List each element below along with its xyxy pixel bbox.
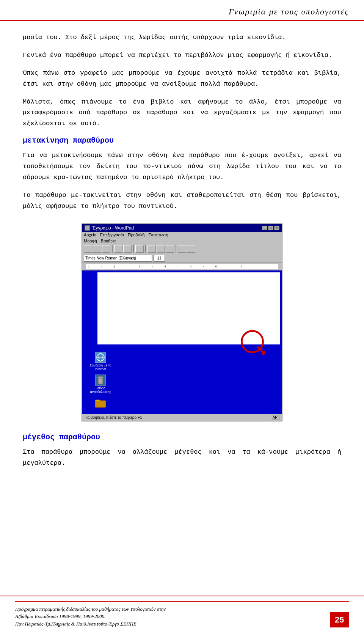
- font-dropdown[interactable]: Times New Roman (Ελληνική): [84, 255, 152, 262]
- titlebar-left: Έγγραφο - WordPad: [85, 225, 134, 231]
- footer: Πρόγραμμα πειραματικής διδασκαλίας του μ…: [0, 596, 364, 632]
- recycle-icon: [94, 374, 107, 386]
- maximize-btn[interactable]: □: [268, 226, 273, 230]
- desktop-icons-row: Σύνδεση με το Internet Κάδος ανακύκλωσης: [86, 348, 115, 412]
- tool-btn-open[interactable]: [93, 245, 101, 253]
- statusbar: Για βοήθεια, πιέστε το πλήκτρο F1 ΑΡ: [82, 414, 282, 421]
- menu-view[interactable]: Προβολή: [128, 233, 144, 237]
- tool-btn-print[interactable]: [114, 245, 122, 253]
- toolbar-sep-1: [112, 245, 113, 253]
- menu-edit[interactable]: Επεξεργασία: [100, 233, 124, 237]
- minimize-btn[interactable]: _: [262, 226, 267, 230]
- main-content: μασία του. Στο δεξί μέρος της λωρίδας αυ…: [0, 21, 364, 483]
- ruler: 1 · 2 · 3 · 4 · 5 · 6 · 7: [82, 263, 282, 270]
- tool-btn-find[interactable]: [135, 245, 144, 253]
- section-heading-2: μέγεθος παραθύρου: [23, 433, 341, 442]
- tool-btn-copy[interactable]: [157, 245, 165, 253]
- titlebar-buttons: _ □ ✕: [262, 226, 279, 230]
- page-number: 25: [330, 612, 349, 627]
- paragraph-6: Το παράθυρο με-τακινείται στην οθόνη και…: [23, 190, 341, 212]
- app-icon: [85, 225, 90, 231]
- sidebar-left: [82, 270, 97, 346]
- menu-help[interactable]: Βοήθεια: [101, 239, 116, 243]
- paragraph-5: Για να μετακινήσουμε πάνω στην οθόνη ένα…: [23, 150, 341, 183]
- footer-line2: Α/βάθμια Εκπαίδευση 1998-1999, 1999-2000…: [15, 613, 166, 620]
- folder-icon: [94, 397, 107, 409]
- desktop-item-internet: Σύνδεση με το Internet: [89, 351, 112, 371]
- menubar-row1: Αρχείο Επεξεργασία Προβολή Εκτύπωση: [82, 232, 282, 238]
- screenshot-container: Έγγραφο - WordPad _ □ ✕ Αρχείο Επεξεργασ…: [82, 223, 282, 421]
- window-title: Έγγραφο - WordPad: [92, 225, 134, 231]
- tool-btn-preview[interactable]: [123, 245, 132, 253]
- toolbar-sep-2: [133, 245, 134, 253]
- formatbar: Times New Roman (Ελληνική) 11: [82, 254, 282, 263]
- desktop-area: Σύνδεση με το Internet Κάδος ανακύκλωσης: [82, 346, 282, 414]
- tool-btn-cut[interactable]: [147, 245, 156, 253]
- header-title: Γνωριμία με τους υπολογιστές: [229, 7, 349, 16]
- footer-line: [15, 601, 349, 602]
- paragraph-4: Μάλιστα, όπως πιάνουμε το ένα βιβλίο και…: [23, 97, 341, 130]
- paragraph-2: Γενικά ένα παράθυρο μπορεί να περιέχει τ…: [23, 50, 341, 61]
- svg-rect-7: [98, 378, 103, 384]
- paragraph-3: Όπως πάνω στο γραφείο μας μπορούμε να έχ…: [23, 68, 341, 90]
- footer-line1: Πρόγραμμα πειραματικής διδασκαλίας του μ…: [15, 605, 166, 613]
- fake-window: Έγγραφο - WordPad _ □ ✕ Αρχείο Επεξεργασ…: [82, 223, 282, 421]
- toolbar-sep-3: [145, 245, 146, 253]
- tool-btn-new[interactable]: [84, 245, 92, 253]
- desktop-item-folder: [89, 397, 112, 409]
- toolbar-sep-4: [176, 245, 176, 253]
- ruler-inner: 1 · 2 · 3 · 4 · 5 · 6 · 7: [86, 264, 278, 269]
- status-text: Για βοήθεια, πιέστε το πλήκτρο F1: [85, 415, 142, 420]
- menu-format[interactable]: Μορφή: [84, 239, 97, 243]
- toolbar: [82, 244, 282, 254]
- tool-btn-save[interactable]: [102, 245, 110, 253]
- tool-btn-undo[interactable]: [178, 245, 186, 253]
- footer-row: Πρόγραμμα πειραματικής διδασκαλίας του μ…: [15, 605, 349, 628]
- header: Γνωριμία με τους υπολογιστές: [0, 0, 364, 20]
- menu-file[interactable]: Αρχείο: [84, 233, 96, 237]
- menubar-row2: Μορφή Βοήθεια: [82, 238, 282, 244]
- desktop-item-recycle: Κάδος ανακύκλωσης: [89, 374, 112, 394]
- menu-print[interactable]: Εκτύπωση: [148, 233, 168, 237]
- tool-btn-paste[interactable]: [166, 245, 174, 253]
- svg-rect-9: [99, 376, 102, 377]
- svg-rect-11: [95, 400, 100, 402]
- footer-line3: Παν.Πειραιώς-Τμ.Πληρ/κής & Παιδ.Ινστιτού…: [15, 620, 166, 628]
- close-btn[interactable]: ✕: [274, 226, 279, 230]
- paragraph-7: Στα παράθυρα μπορούμε να αλλάζουμε μέγεθ…: [23, 447, 341, 469]
- recycle-label: Κάδος ανακύκλωσης: [89, 386, 112, 394]
- size-dropdown[interactable]: 11: [154, 255, 165, 262]
- tool-btn-redo[interactable]: [187, 245, 195, 253]
- paragraph-1: μασία του. Στο δεξί μέρος της λωρίδας αυ…: [23, 32, 341, 43]
- fake-titlebar: Έγγραφο - WordPad _ □ ✕: [82, 224, 282, 232]
- section-heading-1: μετακίνηση παραθύρου: [23, 136, 341, 145]
- footer-text-block: Πρόγραμμα πειραματικής διδασκαλίας του μ…: [15, 605, 166, 628]
- red-circle-arrow-icon: [238, 327, 267, 356]
- edit-area[interactable]: [82, 270, 282, 346]
- internet-icon: [94, 351, 107, 363]
- status-right: ΑΡ: [271, 415, 279, 420]
- internet-label: Σύνδεση με το Internet: [89, 363, 112, 371]
